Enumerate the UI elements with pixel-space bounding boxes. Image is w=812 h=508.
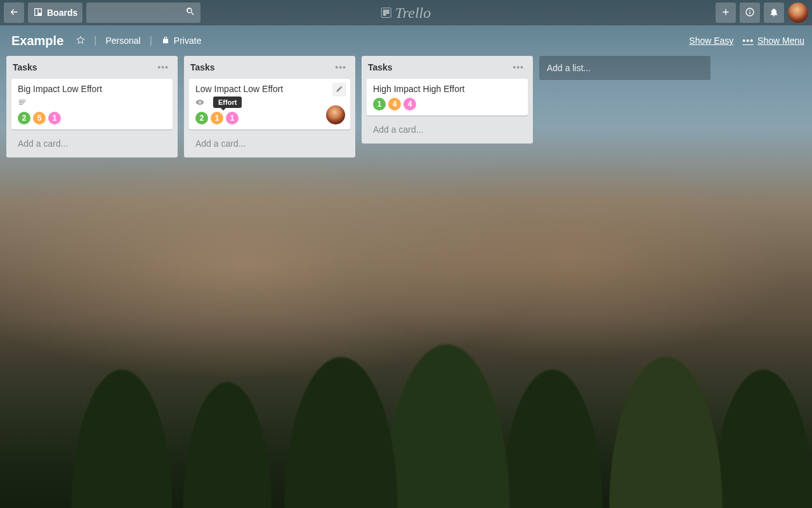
label-tooltip: Effort bbox=[213, 97, 242, 108]
card-labels: Effort211 bbox=[195, 112, 344, 124]
bell-icon bbox=[769, 7, 779, 19]
label-pill-orange[interactable]: 4 bbox=[388, 98, 401, 110]
card-badges bbox=[18, 98, 166, 109]
ellipsis-icon: ••• bbox=[742, 36, 754, 46]
plus-icon bbox=[721, 7, 731, 19]
visibility-label: Private bbox=[174, 36, 202, 46]
ellipsis-icon: ••• bbox=[157, 62, 169, 72]
member-avatar[interactable] bbox=[326, 105, 345, 124]
add-card-button[interactable]: Add a card... bbox=[367, 119, 528, 140]
search-icon bbox=[185, 6, 195, 19]
boards-icon bbox=[33, 7, 43, 19]
app-logo[interactable]: Trello bbox=[381, 4, 431, 22]
list-menu-button[interactable]: ••• bbox=[332, 61, 349, 74]
board-name[interactable]: Example bbox=[8, 31, 67, 51]
list-title[interactable]: Tasks bbox=[190, 62, 215, 72]
create-button[interactable] bbox=[716, 3, 736, 23]
label-pill-pink[interactable]: 1 bbox=[226, 112, 239, 124]
back-arrow-icon bbox=[9, 7, 19, 19]
divider: | bbox=[150, 35, 152, 46]
list-title[interactable]: Tasks bbox=[368, 62, 393, 72]
lock-icon bbox=[161, 36, 170, 46]
card[interactable]: Low Impact Low EffortEffort211 bbox=[189, 79, 350, 130]
pencil-icon bbox=[336, 85, 343, 95]
team-label: Personal bbox=[105, 36, 140, 46]
ellipsis-icon: ••• bbox=[335, 62, 346, 72]
star-board-button[interactable] bbox=[74, 33, 88, 49]
board-header: Example | Personal | Private Show Easy •… bbox=[0, 25, 812, 56]
visibility-button[interactable]: Private bbox=[159, 33, 204, 49]
user-avatar[interactable] bbox=[788, 3, 808, 23]
card-edit-button[interactable] bbox=[332, 83, 346, 97]
card-title: Low Impact Low Effort bbox=[195, 84, 344, 94]
label-pill-pink[interactable]: 1 bbox=[48, 112, 61, 124]
list-header: Tasks••• bbox=[362, 56, 533, 76]
card-title: Big Impact Low Effort bbox=[18, 84, 166, 94]
back-button[interactable] bbox=[4, 3, 24, 23]
description-icon bbox=[18, 98, 27, 109]
label-pill-green[interactable]: 1 bbox=[373, 98, 386, 110]
label-pill-pink[interactable]: 4 bbox=[403, 98, 416, 110]
card[interactable]: High Impact High Effort144 bbox=[367, 79, 528, 116]
list: Tasks•••High Impact High Effort144Add a … bbox=[362, 56, 533, 144]
watch-icon bbox=[195, 98, 204, 109]
search-input[interactable] bbox=[86, 3, 200, 23]
info-icon bbox=[745, 7, 755, 19]
list-header: Tasks••• bbox=[184, 56, 355, 76]
list-menu-button[interactable]: ••• bbox=[510, 61, 527, 74]
boards-button-label: Boards bbox=[47, 8, 77, 18]
label-pill-green[interactable]: 2 bbox=[18, 112, 30, 124]
add-card-button[interactable]: Add a card... bbox=[11, 133, 173, 154]
logo-text: Trello bbox=[395, 4, 431, 22]
team-button[interactable]: Personal bbox=[103, 33, 143, 48]
add-card-button[interactable]: Add a card... bbox=[189, 133, 350, 154]
list: Tasks•••Big Impact Low Effort251Add a ca… bbox=[6, 56, 178, 157]
list: Tasks•••Low Impact Low EffortEffort211Ad… bbox=[184, 56, 355, 157]
boards-button[interactable]: Boards bbox=[28, 3, 82, 23]
info-button[interactable] bbox=[740, 3, 760, 23]
card-title: High Impact High Effort bbox=[373, 84, 521, 94]
divider: | bbox=[94, 35, 96, 46]
list-menu-button[interactable]: ••• bbox=[155, 61, 171, 74]
global-header: Boards Trello bbox=[0, 0, 812, 25]
show-easy-link[interactable]: Show Easy bbox=[689, 36, 733, 46]
show-menu-link[interactable]: ••• Show Menu bbox=[742, 36, 804, 46]
label-pill-orange[interactable]: 1 bbox=[211, 112, 223, 124]
show-menu-label: Show Menu bbox=[757, 36, 804, 46]
show-easy-label: Show Easy bbox=[689, 36, 733, 46]
list-title[interactable]: Tasks bbox=[13, 62, 37, 72]
list-header: Tasks••• bbox=[6, 56, 178, 76]
card-labels: 251 bbox=[18, 112, 166, 124]
label-pill-green[interactable]: 2 bbox=[195, 112, 208, 124]
notifications-button[interactable] bbox=[764, 3, 784, 23]
board-canvas: Tasks•••Big Impact Low Effort251Add a ca… bbox=[0, 56, 812, 157]
logo-board-icon bbox=[381, 8, 391, 18]
label-pill-orange[interactable]: 5 bbox=[33, 112, 46, 124]
ellipsis-icon: ••• bbox=[513, 62, 524, 72]
star-icon bbox=[76, 36, 85, 46]
card-labels: 144 bbox=[373, 98, 521, 110]
add-list-button[interactable]: Add a list... bbox=[539, 56, 710, 80]
card[interactable]: Big Impact Low Effort251 bbox=[11, 79, 173, 130]
